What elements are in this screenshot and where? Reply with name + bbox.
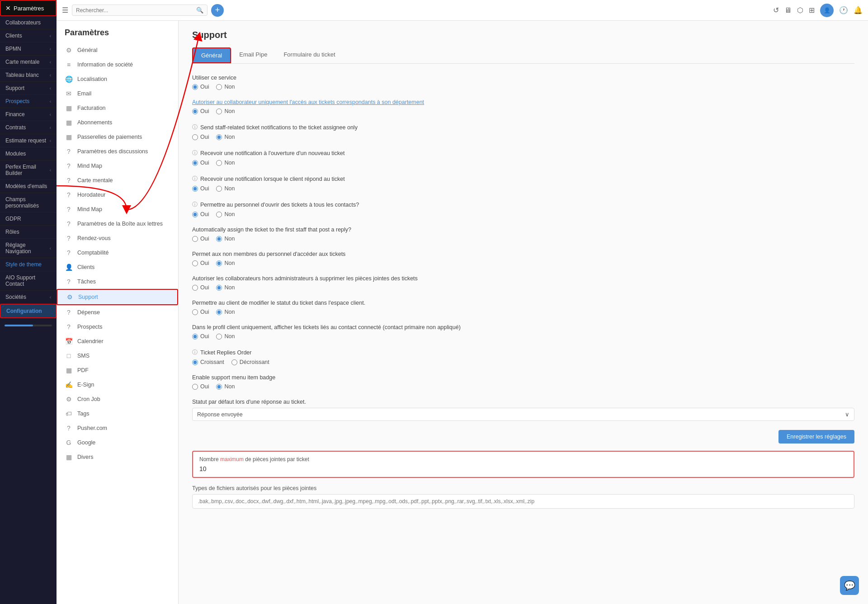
- radio-non-client-statut[interactable]: Non: [216, 309, 235, 315]
- history-icon[interactable]: ↺: [773, 6, 779, 14]
- params-section-cron[interactable]: ⚙ Cron Job: [57, 392, 178, 406]
- params-section-comptabilite[interactable]: ? Comptabilité: [57, 245, 178, 260]
- setting-label-autoriser-collab-admin: Autoriser les collaborateurs hors admini…: [192, 275, 854, 282]
- radio-non-notif-rep[interactable]: Non: [216, 185, 235, 192]
- clock-icon[interactable]: 🕐: [839, 6, 848, 14]
- sidebar-item-prospects[interactable]: Prospects ‹: [0, 95, 57, 108]
- params-section-calendrier[interactable]: 📅 Calendrier: [57, 334, 178, 349]
- radio-oui-notif-rep[interactable]: Oui: [192, 185, 209, 192]
- params-section-localisation[interactable]: 🌐 Localisation: [57, 72, 178, 86]
- params-section-discussions[interactable]: ? Paramètres des discussions: [57, 144, 178, 159]
- radio-decroissant[interactable]: Décroissant: [231, 359, 269, 365]
- avatar[interactable]: 👤: [820, 4, 834, 17]
- sidebar-item-support[interactable]: Support ‹: [0, 82, 57, 95]
- params-section-horodateur[interactable]: ? Horodateur: [57, 188, 178, 202]
- sidebar-item-perfex[interactable]: Perfex Email Builder ‹: [0, 160, 57, 180]
- sidebar-item-aio[interactable]: AIO Support Contact: [0, 271, 57, 291]
- radio-oui-notif-ouv[interactable]: Oui: [192, 160, 209, 166]
- params-section-pdf[interactable]: ▦ PDF: [57, 363, 178, 378]
- sidebar-item-configuration[interactable]: Configuration: [0, 304, 57, 318]
- radio-oui-collab[interactable]: Oui: [192, 108, 209, 114]
- add-button[interactable]: +: [211, 4, 224, 17]
- share-icon[interactable]: ⬡: [797, 6, 803, 14]
- radio-oui-auto-assign[interactable]: Oui: [192, 236, 209, 242]
- chat-fab[interactable]: 💬: [840, 576, 859, 595]
- close-icon[interactable]: ✕: [5, 5, 11, 12]
- sidebar-item-roles[interactable]: Rôles: [0, 226, 57, 239]
- radio-oui-client-statut[interactable]: Oui: [192, 309, 209, 315]
- monitor-icon[interactable]: 🖥: [784, 6, 792, 14]
- tab-general[interactable]: Général: [192, 47, 231, 63]
- radio-oui-badge[interactable]: Oui: [192, 383, 209, 390]
- translate-icon[interactable]: ⊞: [809, 6, 815, 14]
- radio-non-permettre-pers[interactable]: Non: [216, 211, 235, 217]
- bell-icon[interactable]: 🔔: [854, 6, 863, 14]
- radio-oui-utiliser[interactable]: Oui: [192, 84, 209, 90]
- sidebar-item-gdpr[interactable]: GDPR: [0, 212, 57, 226]
- radio-non-collab[interactable]: Non: [216, 108, 235, 114]
- params-section-rendezvous[interactable]: ? Rendez-vous: [57, 231, 178, 245]
- sidebar-item-style-theme[interactable]: Style de theme: [0, 258, 57, 271]
- radio-oui-staff[interactable]: Oui: [192, 134, 209, 140]
- radio-croissant[interactable]: Croissant: [192, 359, 224, 365]
- params-section-sms[interactable]: □ SMS: [57, 349, 178, 363]
- sidebar-item-collaborateurs[interactable]: Collaborateurs: [0, 16, 57, 29]
- search-box[interactable]: 🔍: [72, 5, 208, 16]
- radio-non-notif-ouv[interactable]: Non: [216, 160, 235, 166]
- params-section-tags[interactable]: 🏷 Tags: [57, 406, 178, 421]
- max-attachments-input[interactable]: [199, 465, 847, 472]
- radio-non-badge[interactable]: Non: [216, 383, 235, 390]
- setting-notif-ouverture: ⓘ Recevoir une notification à l'ouvertur…: [192, 149, 854, 166]
- radio-non-staff[interactable]: Non: [216, 134, 235, 140]
- params-section-general[interactable]: ⚙ Général: [57, 43, 178, 57]
- sidebar-item-clients[interactable]: Clients ‹: [0, 29, 57, 42]
- params-section-facturation[interactable]: ▦ Facturation: [57, 101, 178, 115]
- menu-icon[interactable]: ☰: [62, 6, 68, 14]
- status-dropdown[interactable]: Réponse envoyée ∨: [192, 408, 854, 421]
- params-section-support[interactable]: ⚙ Support: [57, 289, 178, 305]
- radio-oui-autoriser-admin[interactable]: Oui: [192, 284, 209, 291]
- params-section-boite-lettres[interactable]: ? Paramètres de la Boîte aux lettres: [57, 217, 178, 231]
- params-section-mindmap2[interactable]: ? Mind Map: [57, 202, 178, 217]
- sidebar-item-modules[interactable]: Modules: [0, 147, 57, 160]
- sidebar-item-contrats[interactable]: Contrats ‹: [0, 121, 57, 134]
- params-section-clients[interactable]: 👤 Clients: [57, 260, 178, 274]
- sidebar-item-bpmn[interactable]: BPMN ‹: [0, 42, 57, 56]
- radio-oui-permettre-pers[interactable]: Oui: [192, 211, 209, 217]
- params-section-pusher[interactable]: ? Pusher.com: [57, 421, 178, 435]
- sidebar-item-champs[interactable]: Champs personnalisés: [0, 193, 57, 212]
- params-section-google[interactable]: G Google: [57, 435, 178, 450]
- sidebar-item-societes[interactable]: Sociétés ‹: [0, 291, 57, 304]
- sidebar-item-modeles[interactable]: Modèles d'emails: [0, 180, 57, 193]
- params-section-passerelles[interactable]: ▦ Passerelles de paiements: [57, 130, 178, 144]
- tab-formulaire[interactable]: Formulaire du ticket: [275, 47, 343, 63]
- params-section-taches[interactable]: ? Tâches: [57, 274, 178, 289]
- params-section-abonnements[interactable]: ▦ Abonnements: [57, 115, 178, 130]
- save-button[interactable]: Enregistrer les réglages: [778, 430, 854, 444]
- params-section-carte-mentale[interactable]: ? Carte mentale: [57, 173, 178, 188]
- chevron-icon: ‹: [50, 138, 51, 143]
- radio-non-non-membres[interactable]: Non: [216, 260, 235, 266]
- radio-oui-profil-client[interactable]: Oui: [192, 333, 209, 340]
- sidebar-item-carte-mentale[interactable]: Carte mentale ‹: [0, 56, 57, 69]
- params-section-depense[interactable]: ? Dépense: [57, 305, 178, 320]
- tab-email-pipe[interactable]: Email Pipe: [231, 47, 275, 63]
- sidebar-item-estimate[interactable]: Estimate request ‹: [0, 134, 57, 147]
- params-section-divers[interactable]: ▦ Divers: [57, 450, 178, 464]
- radio-non-profil-client[interactable]: Non: [216, 333, 235, 340]
- sidebar: ✕ Paramètres Collaborateurs Clients ‹ BP…: [0, 0, 57, 604]
- params-section-prospects[interactable]: ? Prospects: [57, 320, 178, 334]
- radio-oui-non-membres[interactable]: Oui: [192, 260, 209, 266]
- radio-non-utiliser[interactable]: Non: [216, 84, 235, 90]
- params-section-mindmap1[interactable]: ? Mind Map: [57, 159, 178, 173]
- params-section-esign[interactable]: ✍ E-Sign: [57, 378, 178, 392]
- radio-non-autoriser-admin[interactable]: Non: [216, 284, 235, 291]
- params-section-info-societe[interactable]: ≡ Information de société: [57, 57, 178, 72]
- search-input[interactable]: [76, 7, 196, 14]
- sidebar-item-tableau-blanc[interactable]: Tableau blanc ‹: [0, 69, 57, 82]
- params-section-email[interactable]: ✉ Email: [57, 86, 178, 101]
- radio-non-auto-assign[interactable]: Non: [216, 236, 235, 242]
- sidebar-item-finance[interactable]: Finance ‹: [0, 108, 57, 121]
- sidebar-title: Paramètres: [14, 5, 44, 12]
- sidebar-item-reglage-nav[interactable]: Réglage Navigation ‹: [0, 239, 57, 258]
